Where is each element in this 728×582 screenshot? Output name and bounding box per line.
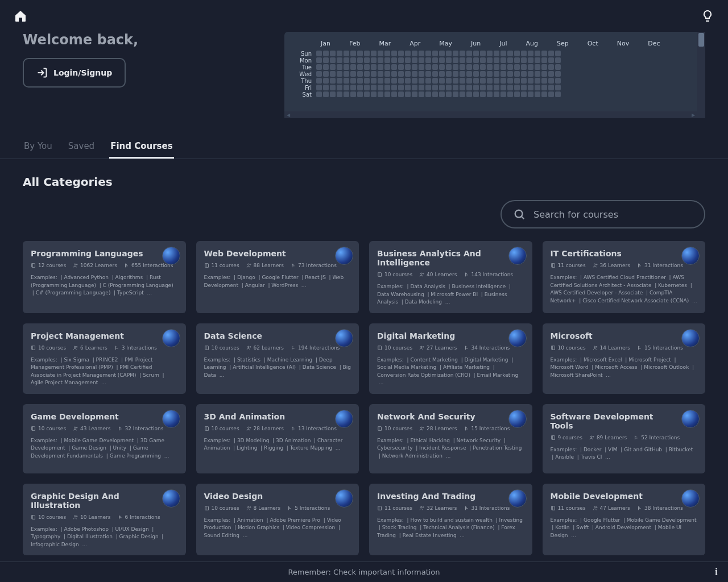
calendar-cell[interactable]: [357, 57, 363, 63]
calendar-cell[interactable]: [337, 71, 342, 77]
calendar-cell[interactable]: [446, 71, 452, 77]
calendar-cell[interactable]: [384, 64, 390, 70]
tab-saved[interactable]: Saved: [67, 135, 96, 159]
calendar-cell[interactable]: [466, 57, 472, 63]
calendar-cell[interactable]: [528, 85, 533, 90]
calendar-cell[interactable]: [460, 71, 465, 77]
calendar-cell[interactable]: [541, 51, 547, 56]
calendar-cell[interactable]: [500, 51, 506, 56]
calendar-cell[interactable]: [473, 85, 479, 90]
calendar-cell[interactable]: [514, 85, 520, 90]
calendar-cell[interactable]: [412, 51, 417, 56]
calendar-cell[interactable]: [398, 71, 404, 77]
calendar-cell[interactable]: [521, 85, 527, 90]
calendar-cell[interactable]: [350, 57, 356, 63]
calendar-cell[interactable]: [323, 92, 329, 97]
calendar-cell[interactable]: [507, 85, 513, 90]
calendar-cell[interactable]: [391, 64, 397, 70]
calendar-cell[interactable]: [323, 64, 329, 70]
calendar-cell[interactable]: [446, 51, 452, 56]
scroll-left-icon[interactable]: ◀: [286, 112, 291, 118]
calendar-cell[interactable]: [432, 71, 438, 77]
calendar-cell[interactable]: [316, 78, 322, 84]
calendar-cell[interactable]: [528, 57, 533, 63]
calendar-cell[interactable]: [405, 51, 411, 56]
tab-find-courses[interactable]: Find Courses: [109, 135, 173, 159]
calendar-cell[interactable]: [500, 78, 506, 84]
calendar-cell[interactable]: [425, 57, 431, 63]
calendar-cell[interactable]: [371, 71, 377, 77]
calendar-cell[interactable]: [466, 64, 472, 70]
calendar-cell[interactable]: [500, 85, 506, 90]
calendar-cell[interactable]: [548, 51, 554, 56]
calendar-cell[interactable]: [514, 71, 520, 77]
tab-by-you[interactable]: By You: [23, 135, 53, 159]
calendar-cell[interactable]: [398, 57, 404, 63]
calendar-cell[interactable]: [480, 85, 486, 90]
calendar-cell[interactable]: [425, 71, 431, 77]
calendar-cell[interactable]: [323, 78, 329, 84]
calendar-cell[interactable]: [378, 85, 383, 90]
scroll-right-icon[interactable]: ▶: [690, 112, 696, 118]
calendar-cell[interactable]: [419, 57, 424, 63]
calendar-cell[interactable]: [487, 71, 493, 77]
calendar-cell[interactable]: [344, 51, 349, 56]
calendar-cell[interactable]: [466, 85, 472, 90]
calendar-cell[interactable]: [548, 57, 554, 63]
calendar-cell[interactable]: [548, 71, 554, 77]
calendar-cell[interactable]: [330, 92, 336, 97]
calendar-cell[interactable]: [453, 71, 458, 77]
calendar-cell[interactable]: [507, 71, 513, 77]
calendar-cell[interactable]: [364, 78, 370, 84]
calendar-cell[interactable]: [487, 64, 493, 70]
calendar-cell[interactable]: [439, 51, 445, 56]
calendar-cell[interactable]: [487, 92, 493, 97]
calendar-cell[interactable]: [460, 64, 465, 70]
calendar-cell[interactable]: [487, 57, 493, 63]
calendar-cell[interactable]: [357, 92, 363, 97]
calendar-cell[interactable]: [316, 92, 322, 97]
calendar-cell[interactable]: [521, 71, 527, 77]
calendar-cell[interactable]: [405, 85, 411, 90]
calendar-cell[interactable]: [384, 57, 390, 63]
calendar-cell[interactable]: [480, 71, 486, 77]
calendar-cell[interactable]: [364, 85, 370, 90]
calendar-cell[interactable]: [378, 57, 383, 63]
calendar-cell[interactable]: [412, 71, 417, 77]
calendar-cell[interactable]: [535, 71, 540, 77]
calendar-cell[interactable]: [391, 71, 397, 77]
calendar-cell[interactable]: [446, 57, 452, 63]
calendar-cell[interactable]: [337, 51, 342, 56]
calendar-cell[interactable]: [487, 78, 493, 84]
category-card[interactable]: Graphic Design And Illustration10 course…: [23, 484, 186, 556]
calendar-cell[interactable]: [323, 57, 329, 63]
calendar-cell[interactable]: [316, 57, 322, 63]
calendar-cell[interactable]: [384, 51, 390, 56]
info-icon[interactable]: i: [715, 566, 718, 578]
calendar-cell[interactable]: [555, 51, 561, 56]
calendar-cell[interactable]: [460, 92, 465, 97]
calendar-cell[interactable]: [419, 51, 424, 56]
calendar-cell[interactable]: [548, 64, 554, 70]
calendar-cell[interactable]: [521, 64, 527, 70]
calendar-cell[interactable]: [337, 57, 342, 63]
calendar-cell[interactable]: [432, 64, 438, 70]
calendar-cell[interactable]: [487, 51, 493, 56]
calendar-cell[interactable]: [323, 85, 329, 90]
calendar-cell[interactable]: [494, 92, 499, 97]
calendar-cell[interactable]: [391, 92, 397, 97]
calendar-cell[interactable]: [337, 85, 342, 90]
calendar-cell[interactable]: [412, 92, 417, 97]
calendar-cell[interactable]: [494, 57, 499, 63]
calendar-cell[interactable]: [398, 51, 404, 56]
calendar-cell[interactable]: [460, 78, 465, 84]
calendar-cell[interactable]: [350, 85, 356, 90]
calendar-cell[interactable]: [432, 51, 438, 56]
calendar-cell[interactable]: [535, 92, 540, 97]
home-icon[interactable]: [13, 8, 28, 24]
calendar-grid[interactable]: [316, 51, 561, 98]
calendar-cell[interactable]: [419, 71, 424, 77]
calendar-cell[interactable]: [528, 64, 533, 70]
calendar-cell[interactable]: [350, 92, 356, 97]
calendar-cell[interactable]: [521, 51, 527, 56]
